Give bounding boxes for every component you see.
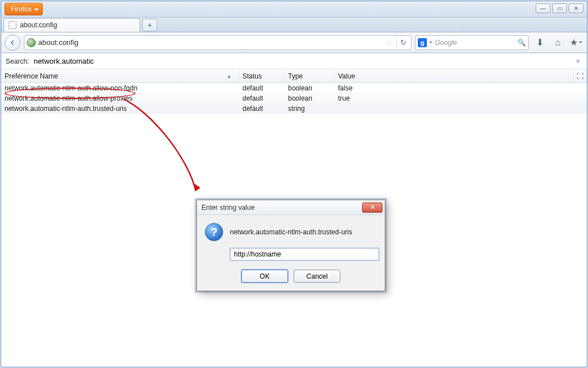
dialog-title: Enter string value	[202, 204, 254, 212]
ok-button[interactable]: OK	[241, 270, 288, 283]
pref-status: default	[239, 84, 285, 92]
column-header-status[interactable]: Status	[239, 69, 285, 82]
pref-row[interactable]: network.automatic-ntlm-auth.allow-non-fq…	[1, 83, 587, 93]
column-header-type[interactable]: Type	[285, 69, 335, 82]
divider	[396, 38, 397, 47]
pref-row[interactable]: network.automatic-ntlm-auth.allow-proxie…	[1, 93, 587, 104]
home-button[interactable]: ⌂	[550, 35, 565, 50]
back-button[interactable]	[5, 35, 20, 51]
plus-icon: +	[147, 20, 152, 30]
search-placeholder: Google	[435, 39, 515, 47]
bookmarks-menu-button[interactable]: ★	[569, 35, 583, 50]
pref-value: false	[335, 84, 587, 92]
close-icon: ✕	[370, 204, 375, 211]
about-config-page: Search: × Preference Name ▲ Status Type …	[1, 53, 587, 367]
pref-type: string	[285, 105, 335, 113]
tab-active[interactable]: about:config	[3, 18, 140, 32]
url-bar[interactable]: about:config ☆ ↻	[24, 35, 412, 50]
dialog-value-input[interactable]	[230, 248, 379, 261]
pref-name: network.automatic-ntlm-auth.trusted-uris	[1, 105, 239, 113]
firefox-menu-label: Firefox	[11, 5, 32, 13]
url-text: about:config	[38, 38, 383, 47]
dialog-titlebar[interactable]: Enter string value ✕	[197, 200, 385, 215]
maximize-button[interactable]: ▭	[552, 3, 567, 13]
config-search-row: Search: ×	[1, 53, 587, 69]
pref-status: default	[239, 94, 285, 102]
tab-bar: about:config +	[1, 18, 587, 32]
search-engine-box[interactable]: g Google 🔍	[415, 35, 529, 50]
dialog-close-button[interactable]: ✕	[362, 202, 383, 213]
reload-button[interactable]: ↻	[400, 38, 406, 47]
window-controls: — ▭ ✕	[536, 3, 583, 13]
clear-search-button[interactable]: ×	[573, 57, 582, 65]
pref-type: boolean	[285, 94, 335, 102]
column-header-value[interactable]: Value	[335, 69, 573, 82]
bookmark-star-icon[interactable]: ☆	[385, 38, 393, 47]
favicon-placeholder-icon	[9, 21, 17, 29]
minimize-button[interactable]: —	[536, 3, 550, 13]
globe-icon	[27, 38, 36, 47]
engine-caret-icon[interactable]	[429, 42, 433, 43]
pref-name: network.automatic-ntlm-auth.allow-non-fq…	[1, 84, 239, 92]
search-submit-icon[interactable]: 🔍	[517, 39, 526, 47]
sort-ascending-icon: ▲	[227, 73, 232, 79]
column-header-name[interactable]: Preference Name ▲	[1, 69, 239, 82]
home-icon: ⌂	[555, 38, 561, 48]
cancel-button[interactable]: Cancel	[294, 270, 340, 283]
pref-type: boolean	[285, 84, 335, 92]
caret-down-icon	[34, 9, 39, 11]
download-icon: ⬇	[536, 37, 544, 48]
pref-status: default	[239, 105, 285, 113]
navigation-toolbar: about:config ☆ ↻ g Google 🔍 ⬇ ⌂ ★	[1, 32, 587, 53]
column-header-name-label: Preference Name	[5, 72, 58, 80]
column-picker-button[interactable]: ⛶	[573, 69, 587, 82]
browser-window: Firefox — ▭ ✕ about:config + about:confi…	[1, 1, 587, 367]
question-icon: ?	[205, 223, 223, 241]
firefox-menu-button[interactable]: Firefox	[5, 3, 43, 15]
back-arrow-icon	[9, 39, 17, 47]
downloads-button[interactable]: ⬇	[532, 35, 547, 50]
tab-title: about:config	[20, 21, 57, 29]
pref-row[interactable]: network.automatic-ntlm-auth.trusted-uris…	[1, 104, 587, 114]
enter-string-dialog: Enter string value ✕ ? network.automatic…	[196, 200, 385, 291]
close-icon: ✕	[574, 5, 578, 11]
pref-name: network.automatic-ntlm-auth.allow-proxie…	[1, 94, 239, 102]
config-search-input[interactable]	[34, 56, 569, 67]
url-bar-right: ☆ ↻	[385, 38, 409, 47]
caret-down-icon	[579, 42, 582, 43]
new-tab-button[interactable]: +	[142, 19, 157, 31]
column-picker-icon: ⛶	[577, 72, 583, 80]
config-search-label: Search:	[6, 57, 29, 65]
pref-value: true	[335, 94, 587, 102]
maximize-icon: ▭	[557, 5, 562, 11]
bookmarks-star-icon: ★	[570, 37, 578, 48]
google-badge-icon: g	[418, 38, 427, 47]
dialog-pref-name: network.automatic-ntlm-auth.trusted-uris	[230, 228, 352, 236]
window-titlebar: Firefox — ▭ ✕	[1, 1, 587, 18]
minimize-icon: —	[540, 5, 546, 11]
config-grid-header: Preference Name ▲ Status Type Value ⛶	[1, 69, 587, 83]
dialog-body: ? network.automatic-ntlm-auth.trusted-ur…	[197, 215, 385, 291]
close-window-button[interactable]: ✕	[569, 3, 583, 13]
